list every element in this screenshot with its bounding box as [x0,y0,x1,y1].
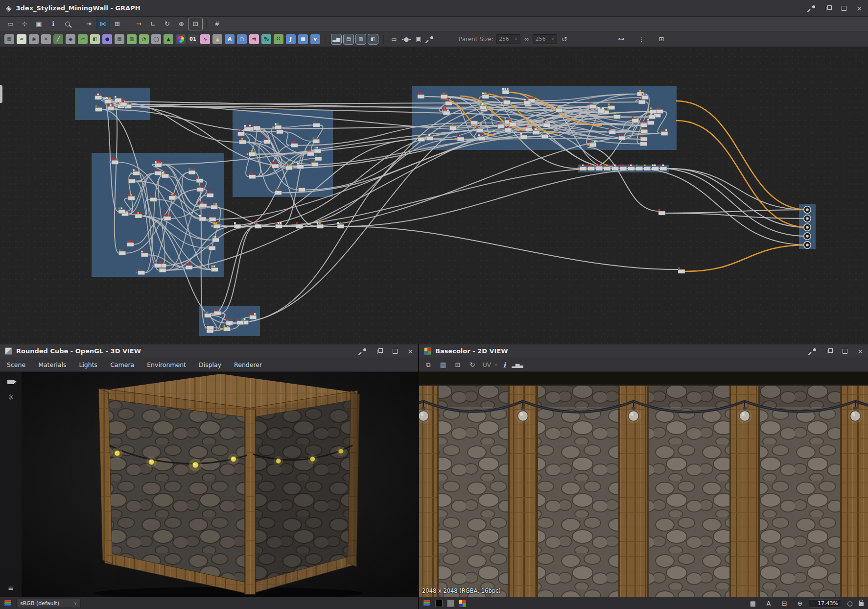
histogram-icon[interactable]: ▂▅▃ [512,362,522,368]
layers-icon[interactable] [4,600,12,607]
graph-node[interactable] [211,203,217,209]
pin-3d-button[interactable] [360,348,367,355]
menu-camera[interactable]: Camera [110,361,134,368]
lock-zoom-button[interactable] [859,600,864,606]
float-graph-button[interactable] [826,5,832,11]
blend-node-icon[interactable]: ◧ [90,34,100,44]
outliner-icon[interactable]: ≡ [0,584,22,592]
water-level-node-icon[interactable]: ◔ [139,34,149,44]
graph-node[interactable] [135,212,142,218]
menu-display[interactable]: Display [199,361,221,368]
relink-icon[interactable]: ↻ [161,18,174,30]
graph-node[interactable] [255,222,261,228]
graph-canvas-area[interactable] [0,47,868,344]
output-node[interactable] [804,206,811,213]
output-node[interactable] [804,215,811,222]
graph-node[interactable] [604,165,610,171]
directional-warp-node-icon[interactable]: ⇉ [249,34,259,44]
histogram-range-icon[interactable]: ▤ [344,34,353,44]
graph-node[interactable] [441,93,447,98]
left-dock-handle[interactable] [0,85,2,103]
close-graph-button[interactable]: × [856,5,862,12]
pin-node-icon[interactable] [426,34,436,44]
info-tool-icon[interactable]: ℹ [47,18,60,30]
tile-sampler-node-icon[interactable]: ▦ [115,34,124,44]
uv-mode-select[interactable]: UV ∨ [483,362,497,368]
comment-node-icon[interactable]: ▭ [389,34,399,44]
align-nodes-icon[interactable]: ⊞ [655,33,668,45]
color-match-icon[interactable]: ◧ [368,34,378,44]
graph-node[interactable] [426,134,433,140]
parent-height-select[interactable]: 256∨ [533,34,557,44]
curve-node-icon[interactable]: ╱ [53,34,63,44]
menu-renderer[interactable]: Renderer [234,361,262,368]
bitmap-node-icon[interactable]: ▦ [4,34,14,44]
graph-node[interactable] [478,134,485,140]
graph-node[interactable] [155,161,162,167]
graph-node[interactable] [169,194,176,199]
graph-node[interactable] [502,88,509,94]
graph-node[interactable] [449,124,456,130]
hsl-node-icon[interactable]: ● [102,34,112,44]
save-image-icon[interactable]: ▤ [439,360,447,370]
node-graph-canvas[interactable] [0,47,868,344]
graph-node[interactable] [678,268,685,273]
center-view-icon[interactable]: ⊕ [796,598,804,608]
graph-node[interactable] [164,214,171,220]
copy-image-icon[interactable]: ⊡ [453,360,462,370]
graph-node[interactable] [640,121,647,127]
graph-node[interactable] [296,222,303,228]
menu-scene[interactable]: Scene [7,361,25,368]
display-links-icon[interactable]: ⋈ [96,18,110,30]
value-processor-node-icon[interactable]: v [310,34,320,44]
channel-color-swatch[interactable] [459,600,466,607]
cube-render[interactable] [0,372,418,597]
graph-node[interactable] [107,104,114,110]
snap-grid-icon[interactable]: # [211,18,224,30]
sharpen-node-icon[interactable]: ◆ [66,34,75,44]
light-icon[interactable]: ☼ [7,393,14,402]
tiling-mode-icon[interactable]: ▦ [749,598,757,608]
link-size-icon[interactable]: ∞ [524,35,529,43]
curvature-node-icon[interactable]: ∿ [200,34,210,44]
pin-2d-button[interactable] [810,348,817,355]
output-node[interactable] [804,233,811,240]
dot-node-icon[interactable]: -●- [401,34,411,44]
maximize-3d-button[interactable] [393,349,398,354]
channel-shuffle-node-icon[interactable]: ✕ [41,34,51,44]
pixel-ratio-icon[interactable]: ○ [845,598,854,608]
grayscale-conversion-node-icon[interactable]: 01 [188,34,198,44]
svg-node-icon[interactable]: ▰ [17,34,26,44]
texture-render[interactable] [419,372,868,597]
graph-node[interactable] [285,164,292,170]
float-3d-button[interactable] [377,348,383,354]
connector-tool-icon[interactable]: → [132,18,145,30]
menu-lights[interactable]: Lights [79,361,97,368]
histogram-scan-icon[interactable]: ▂▅ [331,34,341,44]
image-inspect-icon[interactable]: ⊡ [189,18,202,30]
thumbnail-node-icon[interactable]: ▣ [414,34,423,44]
pin-graph-button[interactable] [809,5,816,12]
histogram-select-icon[interactable]: ▥ [356,34,366,44]
close-3d-button[interactable]: × [407,348,413,355]
gradient-map-node-icon[interactable] [176,34,186,44]
zoom-tool-icon[interactable] [61,18,74,30]
colorspace-select[interactable]: sRGB (default) ∨ [16,599,81,608]
reload-image-icon[interactable]: ↻ [468,360,477,370]
channel-black-swatch[interactable] [435,600,443,607]
fx-map-node-icon[interactable]: ƒ [286,34,296,44]
blur-node-icon[interactable]: ◉ [29,34,39,44]
image-info-icon[interactable]: i [503,361,506,369]
viewport-2d[interactable]: 2048 x 2048 (RGBA, 16bpc) [419,372,868,597]
shape-node-icon[interactable]: ◯ [151,34,161,44]
graph-node[interactable] [197,186,204,192]
crop-node-icon[interactable]: ▢ [237,34,247,44]
parent-width-select[interactable]: 256∨ [496,34,520,44]
levels-node-icon[interactable]: ▥ [127,34,137,44]
straighten-links-icon[interactable]: ⇥ [82,18,95,30]
output-node[interactable] [804,242,811,248]
graph-node[interactable] [317,222,324,228]
link-style-icon[interactable]: ⊶ [614,33,628,45]
graph-node[interactable] [250,313,257,319]
graph-node[interactable] [188,169,195,174]
